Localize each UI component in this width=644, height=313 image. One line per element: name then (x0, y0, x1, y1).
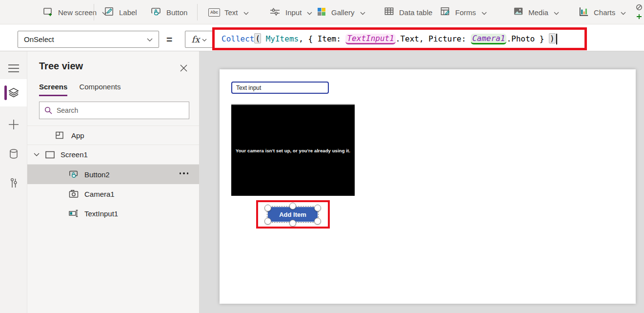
equals-sign: = (166, 31, 172, 48)
formula-bar: OnSelect = fx Collect( MyItems, { Item: … (0, 24, 644, 51)
search-input[interactable] (57, 106, 169, 114)
icons-menu-partial[interactable] (635, 0, 644, 24)
button-icon (150, 6, 162, 19)
property-selector[interactable]: OnSelect (18, 31, 159, 48)
screen-icon (45, 150, 55, 159)
formula-function: Collect (221, 34, 254, 43)
formula-text: .Photo } (506, 34, 549, 43)
data-table-button[interactable]: Data table (383, 0, 432, 24)
circle-slash-plus-icon (635, 3, 644, 21)
panel-title: Tree view (39, 61, 83, 72)
forms-menu[interactable]: Forms (440, 0, 487, 24)
chevron-down-icon[interactable] (34, 153, 40, 157)
formula-textinput1-token: TextInput1 (345, 34, 395, 44)
data-table-icon (383, 6, 395, 19)
active-indicator (4, 85, 7, 100)
media-menu[interactable]: Media (513, 0, 559, 24)
tab-components[interactable]: Components (79, 83, 121, 96)
tree-item-textinput1[interactable]: TextInput1 (27, 204, 199, 223)
tree-rows: App Screen1 Button2 (27, 125, 199, 223)
formula-open-paren: ( (254, 33, 261, 43)
toolbar-divider (197, 4, 198, 21)
input-menu[interactable]: Input (269, 0, 312, 24)
insert-rail-button[interactable] (0, 112, 27, 137)
button-label: Button (166, 8, 187, 17)
label-label: Label (119, 8, 137, 17)
media-icon (513, 6, 524, 19)
camera1-control[interactable]: Your camera isn't set up, or you're alre… (231, 104, 355, 196)
database-icon (8, 148, 20, 160)
toolbar-divider (94, 4, 94, 21)
powerapps-studio: New screen Label Button Abc Text (0, 0, 644, 313)
fx-button[interactable]: fx (185, 31, 214, 48)
input-label: Input (285, 8, 302, 17)
tree-item-app[interactable]: App (27, 125, 199, 145)
tree-item-label: App (71, 131, 84, 140)
tree-item-camera1[interactable]: Camera1 (27, 184, 199, 204)
gallery-icon (316, 6, 327, 19)
screen1-artboard[interactable]: Your camera isn't set up, or you're alre… (220, 69, 636, 304)
more-options-icon[interactable] (180, 172, 189, 174)
tree-item-button2[interactable]: Button2 (27, 165, 199, 184)
chevron-down-icon (147, 35, 153, 43)
chevron-down-icon (307, 8, 312, 17)
new-screen-button[interactable]: New screen (42, 0, 107, 24)
new-screen-label: New screen (58, 8, 97, 17)
charts-label: Charts (594, 8, 615, 17)
tree-tabs: Screens Components (39, 83, 121, 96)
tree-item-label: Camera1 (84, 190, 115, 198)
label-button[interactable]: Label (103, 0, 137, 24)
tree-view-panel: Tree view Screens Components App (27, 51, 200, 313)
label-icon (103, 6, 115, 19)
app-icon (55, 130, 64, 140)
formula-text: , { Item: (299, 34, 345, 43)
layers-icon (7, 86, 20, 99)
plus-icon (8, 119, 19, 130)
input-icon (269, 6, 281, 19)
formula-text: .Text, Picture: (396, 34, 471, 43)
camera-message: Your camera isn't set up, or you're alre… (236, 148, 350, 153)
advanced-tools-rail-button[interactable] (0, 171, 27, 195)
formula-space (261, 34, 266, 43)
tree-item-label: Button2 (84, 170, 110, 179)
text-input-control-icon (68, 209, 79, 218)
tree-search[interactable] (39, 102, 189, 119)
chevron-down-icon (202, 35, 207, 44)
tree-view-rail-button[interactable] (0, 79, 27, 106)
tree-item-screen1[interactable]: Screen1 (27, 145, 199, 165)
red-highlight-box (256, 200, 330, 229)
button-button[interactable]: Button (150, 0, 187, 24)
forms-label: Forms (455, 8, 476, 17)
gallery-label: Gallery (331, 8, 355, 17)
formula-close-paren: ) (549, 33, 556, 43)
data-rail-button[interactable] (0, 142, 27, 166)
close-panel-button[interactable] (179, 63, 188, 73)
search-icon (44, 106, 52, 114)
text-label: Text (224, 8, 238, 17)
tree-item-label: TextInput1 (84, 209, 118, 218)
hamburger-icon (8, 64, 20, 73)
insert-toolbar: New screen Label Button Abc Text (0, 0, 644, 24)
charts-menu[interactable]: Charts (578, 0, 626, 24)
tab-screens[interactable]: Screens (39, 83, 67, 96)
hamburger-menu-button[interactable] (0, 56, 27, 81)
data-table-label: Data table (399, 8, 432, 17)
formula-input[interactable]: Collect( MyItems, { Item: TextInput1.Tex… (215, 34, 557, 44)
text-menu[interactable]: Abc Text (208, 0, 249, 24)
property-name: OnSelect (24, 35, 54, 43)
tree-item-label: Screen1 (60, 150, 88, 159)
chevron-down-icon (360, 8, 365, 17)
charts-icon (578, 6, 589, 19)
formula-highlight-box: Collect( MyItems, { Item: TextInput1.Tex… (212, 27, 587, 50)
media-label: Media (528, 8, 548, 17)
formula-camera1-token: Camera1 (471, 34, 506, 44)
gallery-menu[interactable]: Gallery (316, 0, 365, 24)
textinput1-control[interactable] (231, 82, 329, 94)
formula-collection: MyItems (266, 34, 299, 43)
tools-icon (8, 177, 20, 189)
button-control-icon (68, 169, 79, 180)
chevron-down-icon (621, 8, 626, 17)
chevron-down-icon (554, 8, 559, 17)
chevron-down-icon (243, 8, 249, 17)
camera-control-icon (68, 189, 79, 199)
